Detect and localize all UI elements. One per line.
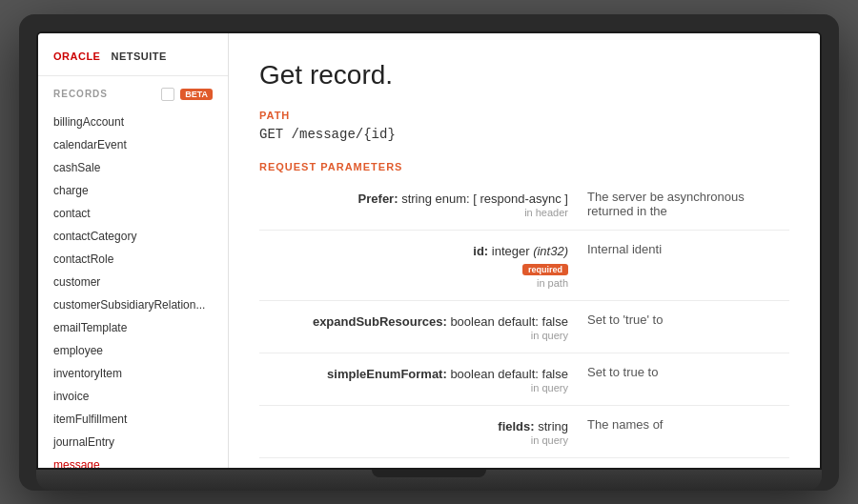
params-table: Prefer: string enum: [ respond-async ] i…: [259, 178, 789, 458]
laptop-frame: ORACLE NETSUITE RECORDS Beta billingAcco…: [19, 14, 839, 491]
logo-netsuite: NETSUITE: [112, 50, 167, 62]
param-left-prefer: Prefer: string enum: [ respond-async ] i…: [259, 190, 583, 218]
param-name-expandSubResources: expandSubResources: boolean default: fal…: [313, 314, 568, 329]
param-desc-expandSubResources: Set to 'true' to: [583, 312, 789, 327]
required-badge: required: [522, 264, 568, 275]
param-row-fields: fields: string in query The names of: [259, 406, 789, 458]
param-location-expandSubResources: in query: [259, 330, 568, 341]
sidebar-item-customer[interactable]: customer: [38, 271, 228, 293]
beta-badge: Beta: [180, 89, 213, 100]
param-desc-simpleEnumFormat: Set to true to: [583, 365, 789, 379]
param-row-prefer: Prefer: string enum: [ respond-async ] i…: [259, 178, 789, 231]
sidebar-item-itemFulfillment[interactable]: itemFulfillment: [38, 408, 228, 431]
logo-oracle: ORACLE: [53, 50, 100, 62]
main-content: Get record. PATH GET /message/{id} REQUE…: [229, 33, 820, 468]
param-row-expandSubResources: expandSubResources: boolean default: fal…: [259, 301, 789, 353]
param-location-prefer: in header: [259, 207, 568, 218]
sidebar-item-message[interactable]: message: [38, 454, 228, 468]
param-location-simpleEnumFormat: in query: [259, 382, 568, 393]
sidebar-item-cashSale[interactable]: cashSale: [38, 156, 228, 179]
param-desc-prefer: The server be asynchronous returned in t…: [583, 190, 789, 218]
param-desc-fields: The names of: [583, 417, 789, 432]
sidebar-list: billingAccount calendarEvent cashSale ch…: [38, 107, 228, 468]
sidebar-section-header: RECORDS Beta: [38, 76, 228, 107]
sidebar-item-charge[interactable]: charge: [38, 179, 228, 202]
records-label: RECORDS: [53, 89, 108, 99]
sidebar-item-inventoryItem[interactable]: inventoryItem: [38, 362, 228, 385]
sidebar-item-contact[interactable]: contact: [38, 202, 228, 225]
sidebar: ORACLE NETSUITE RECORDS Beta billingAcco…: [38, 33, 229, 468]
path-section-label: PATH: [259, 110, 789, 121]
sidebar-item-contactRole[interactable]: contactRole: [38, 248, 228, 271]
beta-wrap: Beta: [161, 88, 213, 101]
params-section-label: REQUEST PARAMETERS: [259, 161, 789, 172]
sidebar-item-contactCategory[interactable]: contactCategory: [38, 225, 228, 248]
param-left-expandSubResources: expandSubResources: boolean default: fal…: [259, 312, 583, 341]
logo-divider: [104, 50, 107, 62]
checkbox-icon[interactable]: [161, 88, 174, 101]
path-value: GET /message/{id}: [259, 127, 789, 142]
param-left-simpleEnumFormat: simpleEnumFormat: boolean default: false…: [259, 365, 583, 393]
laptop-base: [36, 470, 822, 491]
param-name-fields: fields: string: [498, 419, 568, 433]
param-name-prefer: Prefer: string enum: [ respond-async ]: [358, 192, 568, 206]
sidebar-item-journalEntry[interactable]: journalEntry: [38, 431, 228, 454]
logo-area: ORACLE NETSUITE: [38, 33, 228, 76]
param-location-id: in path: [259, 277, 568, 289]
param-name-id: id: integer (int32): [473, 244, 568, 258]
sidebar-item-customerSubsidiary[interactable]: customerSubsidiaryRelation...: [38, 293, 228, 316]
sidebar-item-employee[interactable]: employee: [38, 339, 228, 362]
page-title: Get record.: [259, 60, 789, 91]
param-left-fields: fields: string in query: [259, 417, 583, 446]
param-location-fields: in query: [259, 434, 568, 446]
param-name-simpleEnumFormat: simpleEnumFormat: boolean default: false: [327, 367, 568, 381]
sidebar-item-billingAccount[interactable]: billingAccount: [38, 111, 228, 133]
logo: ORACLE NETSUITE: [53, 50, 213, 62]
param-desc-id: Internal identi: [583, 242, 789, 256]
sidebar-item-calendarEvent[interactable]: calendarEvent: [38, 133, 228, 156]
sidebar-item-invoice[interactable]: invoice: [38, 385, 228, 408]
screen: ORACLE NETSUITE RECORDS Beta billingAcco…: [36, 31, 822, 470]
param-left-id: id: integer (int32) required in path: [259, 242, 583, 289]
param-row-id: id: integer (int32) required in path Int…: [259, 231, 789, 301]
param-row-simpleEnumFormat: simpleEnumFormat: boolean default: false…: [259, 353, 789, 406]
sidebar-item-emailTemplate[interactable]: emailTemplate: [38, 316, 228, 339]
